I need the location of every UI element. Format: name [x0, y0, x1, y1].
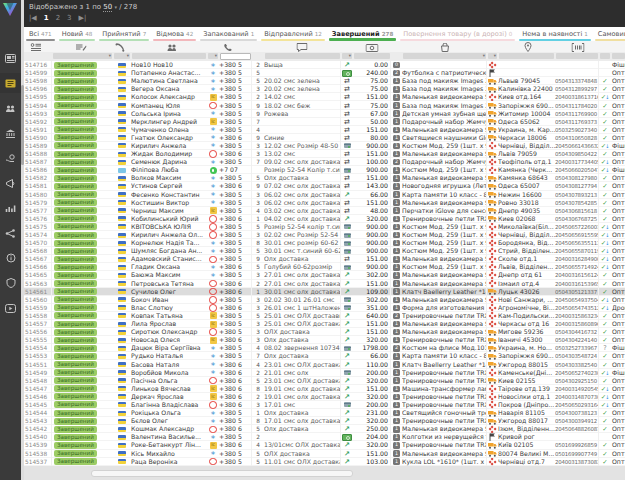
sidebar-item-payouts-icon[interactable]: [0, 148, 21, 168]
filter-payment[interactable]: ▾: [341, 52, 353, 60]
order-row[interactable]: 514596ЗавершенийВегера Оксана*+380 5320.…: [24, 85, 625, 93]
order-row[interactable]: 514559ЗавершенийВлас Слотюу+380 6326.01 …: [24, 304, 625, 312]
order-row[interactable]: 514557ЗавершенийЛила Ярославlc+380 5325.…: [24, 320, 625, 328]
clients-icon[interactable]: [167, 42, 178, 52]
order-row[interactable]: 514577ЗавершенийЧерниш Максимlc+380 5403…: [24, 207, 625, 215]
filter-carrier[interactable]: ▾: [487, 52, 498, 60]
tab-pickup[interactable]: Самовивіз2: [593, 27, 625, 41]
order-row[interactable]: 514538ЗавершенийКісь Михайло*+380 55ОЛХ …: [24, 450, 625, 458]
order-row[interactable]: 514548ЗавершенийПасічна Ольга+380 6523.0…: [24, 377, 625, 385]
order-row[interactable]: 514555ЗавершенийНовосад Олесяlc+380 63Ол…: [24, 336, 625, 344]
filter-name[interactable]: [131, 52, 207, 60]
order-row[interactable]: 514716ЗавершенийНов10 Нов10*+380 52Выща↗…: [24, 61, 625, 69]
filter-select[interactable]: [556, 53, 598, 59]
order-row[interactable]: 514556ЗавершенийСиротюк Олександр+380 53…: [24, 328, 625, 336]
orders-list-icon[interactable]: [31, 42, 42, 52]
filter-select[interactable]: ▾: [342, 53, 352, 59]
location-icon[interactable]: [524, 42, 532, 52]
order-row[interactable]: 514568ЗавершенийШумляс Богдана Ан...*+38…: [24, 247, 625, 255]
order-row[interactable]: 514599ЗавершенийПотапенко Анастас...*+38…: [24, 69, 625, 77]
order-row[interactable]: 514546ЗавершенийДеркач Ярославlc+380 621…: [24, 393, 625, 401]
tab-all-orders[interactable]: Всі471: [24, 27, 57, 41]
filter-check[interactable]: [599, 52, 611, 60]
filter-select[interactable]: [132, 53, 206, 59]
tab-out-of-stock[interactable]: Нема в наявності1: [517, 27, 593, 41]
order-row[interactable]: 514558ЗавершенийКовпак Татьянаlc+380 552…: [24, 312, 625, 320]
order-row[interactable]: 514547ЗавершенийЛиньков Вячеславlc+380 6…: [24, 385, 625, 393]
sidebar-item-integrations-icon[interactable]: [0, 223, 21, 243]
horizontal-scrollbar[interactable]: [91, 470, 353, 477]
page-button-2[interactable]: 2: [56, 14, 60, 22]
filter-select[interactable]: ▾: [114, 53, 130, 59]
order-row[interactable]: 514587ЗавершенийСеменюк Дарина*+380 5709…: [24, 158, 625, 166]
sidebar-item-info-icon[interactable]: [0, 248, 21, 268]
order-row[interactable]: 514595ЗавершенийКолосок Александрlc+380 …: [24, 93, 625, 101]
order-row[interactable]: 514553ЗавершенийРудько Наталья*+380 57Ол…: [24, 352, 625, 360]
order-row[interactable]: 514560ЗавершенийБокоч Иван+380 5302.02 3…: [24, 296, 625, 304]
order-row[interactable]: 514581ЗавершенийУстинов Сергей*+380 6907…: [24, 182, 625, 190]
filter-select[interactable]: ▾: [403, 53, 486, 59]
phone-icon[interactable]: [223, 42, 233, 52]
vertical-scrollbar-thumb[interactable]: [21, 85, 24, 165]
filter-source[interactable]: ▾: [207, 52, 219, 60]
order-row[interactable]: 514589ЗавершенийКирилич Анжела*+380 5312…: [24, 142, 625, 150]
filter-select[interactable]: ▾: [53, 53, 112, 59]
order-row[interactable]: 514542ЗавершенийКошмак Александр+380 65О…: [24, 425, 625, 433]
tab-shipped[interactable]: Відправлений12: [259, 27, 327, 41]
filter-select[interactable]: [354, 53, 390, 59]
comment-icon[interactable]: [297, 42, 308, 52]
last-page-button[interactable]: ▶|: [79, 14, 87, 22]
order-row[interactable]: 514540ЗавершенийВалентина Василье...*+38…: [24, 433, 625, 441]
order-row[interactable]: 514566ЗавершенийГладик Оксана*+380 65Гол…: [24, 263, 625, 271]
sidebar-item-orders-icon[interactable]: [0, 73, 21, 93]
tab-new[interactable]: Новий48: [57, 27, 98, 41]
page-button-1[interactable]: 1: [44, 14, 49, 22]
filter-status[interactable]: ▾: [52, 52, 113, 60]
filter-select[interactable]: [612, 53, 625, 59]
app-logo-icon[interactable]: [2, 2, 18, 21]
order-row[interactable]: 514554ЗавершенийДацюк Віра Сергіївна*+38…: [24, 344, 625, 352]
product-icon[interactable]: [441, 42, 450, 52]
order-row[interactable]: 514570ЗавершенийКорнелюк Надія Та...*+38…: [24, 239, 625, 247]
filter-select[interactable]: [600, 53, 610, 59]
filter-select[interactable]: ▾: [488, 53, 497, 59]
tab-packed[interactable]: Запакований1: [198, 27, 259, 41]
edit-list-icon[interactable]: [76, 42, 87, 52]
order-row[interactable]: 514545ЗавершенийБлагінна Владіслава+380 …: [24, 401, 625, 409]
tab-accepted[interactable]: Прийнятий7: [97, 27, 151, 41]
order-row[interactable]: 514544ЗавершенийРокіцька Ольга*+380 51Ол…: [24, 409, 625, 417]
order-row[interactable]: 514539ЗавершенийРоке-Бетанкурт Лін...lc+…: [24, 441, 625, 449]
filter-select[interactable]: [265, 53, 340, 59]
filter-type[interactable]: [611, 52, 625, 60]
filter-phone[interactable]: [219, 52, 252, 60]
sidebar-item-promo-icon[interactable]: [0, 173, 21, 193]
order-row[interactable]: 514580ЗавершенийФесенко Константин*+380 …: [24, 191, 625, 199]
tab-completed[interactable]: Завершений278: [327, 27, 398, 41]
order-row[interactable]: 514592ЗавершенийМерклингер Андрейlc+380 …: [24, 118, 625, 126]
page-button-3[interactable]: 3: [67, 14, 71, 22]
order-row[interactable]: 514598ЗавершенийМалютина Светлана*+380 5…: [24, 77, 625, 85]
sidebar-item-finance-icon[interactable]: [0, 123, 21, 143]
order-row[interactable]: 514594ЗавершенийКомпанец Юля+380 5918.02…: [24, 101, 625, 109]
order-row[interactable]: 514576ЗавершенийКобилинський Юрий+380 61…: [24, 215, 625, 223]
page-size-dropdown[interactable]: 50: [103, 3, 112, 12]
order-row[interactable]: 514588ЗавершенийЖидак Володимир+380 6313…: [24, 150, 625, 158]
tab-declined[interactable]: Відмова42: [151, 27, 198, 41]
tab-returns-in-transit[interactable]: Повернення товару (в дорозі)0: [398, 27, 517, 41]
order-row[interactable]: 514563ЗавершенийПетровська Тетяна+380 62…: [24, 280, 625, 288]
filter-select[interactable]: ▾: [208, 53, 218, 59]
order-row[interactable]: 514593ЗавершенийСольська Ірина*+380 59Ро…: [24, 110, 625, 118]
order-row[interactable]: 514567ЗавершенийАдамовский Станис...+380…: [24, 255, 625, 263]
filter-select[interactable]: [499, 53, 554, 59]
order-row[interactable]: 514574ЗавершенийКирилич Анжела Ол...+380…: [24, 231, 625, 239]
call-icon[interactable]: [115, 42, 125, 52]
order-row[interactable]: 514586ЗавершенийФіліпова Люба+7 07Розмір…: [24, 166, 625, 174]
ttn-icon[interactable]: [572, 42, 585, 52]
order-row[interactable]: 514537ЗавершенийРаца Вероніка+380 5511.0…: [24, 458, 625, 466]
sidebar-item-video-tutorials-icon[interactable]: [0, 298, 21, 318]
order-row[interactable]: 514582ЗавершенийВолков Максим*+380 55Олх…: [24, 174, 625, 182]
filter-note[interactable]: [264, 52, 341, 60]
sidebar-item-statistics-icon[interactable]: [0, 198, 21, 218]
first-page-button[interactable]: |◀: [29, 14, 37, 22]
order-row[interactable]: 514551ЗавершенийБасова Наталя*+380 6423.…: [24, 360, 625, 368]
